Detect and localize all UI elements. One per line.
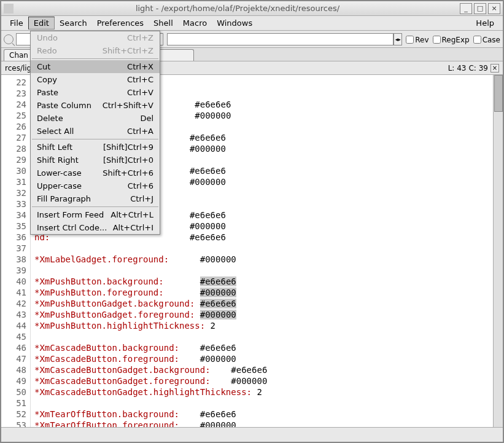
edit-menu-shift-left[interactable]: Shift Left[Shift]Ctrl+9 [31,141,160,154]
edit-menu-paste[interactable]: PasteCtrl+V [31,86,160,99]
rev-checkbox[interactable]: Rev [406,34,428,44]
vertical-scrollbar[interactable] [493,75,503,427]
menu-help[interactable]: Help [471,17,499,29]
menu-search[interactable]: Search [55,17,92,29]
menu-windows[interactable]: Windows [212,17,257,29]
edit-menu-shift-right[interactable]: Shift Right[Shift]Ctrl+0 [31,154,160,167]
close-button[interactable]: × [488,3,500,14]
edit-menu-lower-case[interactable]: Lower-caseShift+Ctrl+6 [31,167,160,179]
app-icon [4,4,14,14]
edit-menu-copy[interactable]: CopyCtrl+C [31,73,160,86]
scrollbar-thumb[interactable] [494,75,503,112]
isearch-history[interactable] [167,33,394,45]
menu-file[interactable]: File [5,17,28,29]
isearch-dropdown[interactable]: ◂▸ [394,33,402,45]
edit-menu-upper-case[interactable]: Upper-caseCtrl+6 [31,179,160,192]
menu-shell[interactable]: Shell [149,17,178,29]
edit-menu-fill-paragraph[interactable]: Fill ParagraphCtrl+J [31,192,160,205]
edit-menu-dropdown: UndoCtrl+ZRedoShift+Ctrl+ZCutCtrl+XCopyC… [30,31,160,235]
minimize-button[interactable]: _ [460,3,472,14]
edit-menu-insert-form-feed[interactable]: Insert Form FeedAlt+Ctrl+L [31,208,160,221]
menubar: File Edit Search Preferences Shell Macro… [1,16,503,31]
regexp-checkbox[interactable]: RegExp [433,34,470,44]
menu-preferences[interactable]: Preferences [92,17,149,29]
menu-macro[interactable]: Macro [178,17,212,29]
edit-menu-insert-ctrl-code-[interactable]: Insert Ctrl Code...Alt+Ctrl+I [31,221,160,234]
line-gutter: 2223242526272829303132333435363738394041… [1,75,31,427]
edit-menu-cut[interactable]: CutCtrl+X [31,60,160,73]
edit-menu-redo: RedoShift+Ctrl+Z [31,44,160,57]
edit-menu-select-all[interactable]: Select AllCtrl+A [31,125,160,138]
window-title: light - /export/home/olaf/Projekte/xnedi… [17,4,458,13]
case-checkbox[interactable]: Case [473,34,500,44]
edit-menu-paste-column[interactable]: Paste ColumnCtrl+Shift+V [31,99,160,112]
maximize-button[interactable]: □ [474,3,486,14]
search-icon [4,34,14,44]
menu-edit[interactable]: Edit [28,17,55,29]
edit-menu-delete[interactable]: DeleteDel [31,112,160,125]
status-col: C: 39 [468,64,488,73]
bottom-bar [1,427,503,442]
edit-menu-undo: UndoCtrl+Z [31,31,160,44]
statusbar-close[interactable]: × [490,64,499,73]
titlebar: light - /export/home/olaf/Projekte/xnedi… [1,1,503,16]
status-line: L: 43 [448,64,467,73]
